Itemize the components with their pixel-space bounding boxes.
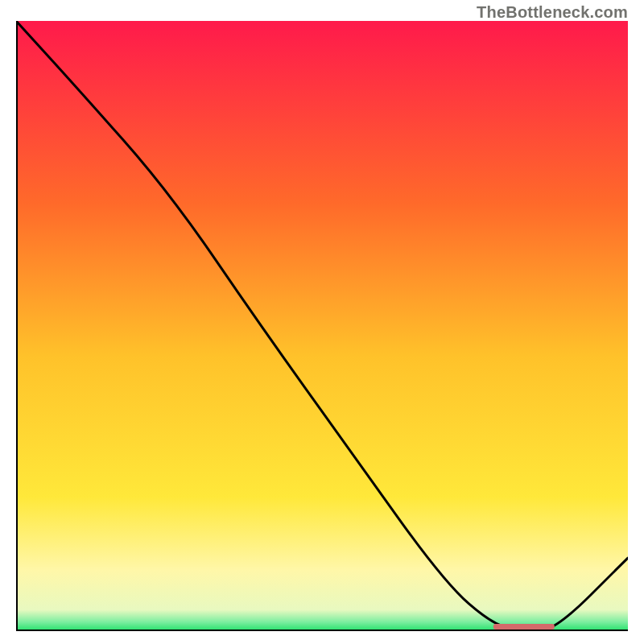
plot-svg (16, 21, 628, 631)
chart-container: TheBottleneck.com (0, 0, 644, 644)
plot-area (16, 21, 628, 631)
optimal-range-marker (493, 624, 555, 630)
attribution-text: TheBottleneck.com (477, 3, 628, 22)
gradient-background (16, 21, 628, 631)
